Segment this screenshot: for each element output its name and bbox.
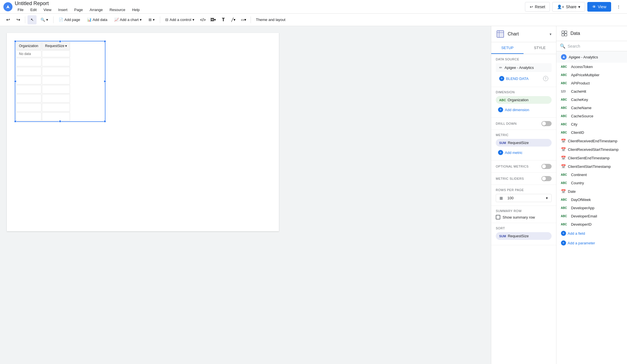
menu-arrange[interactable]: Arrange	[87, 7, 105, 13]
search-input[interactable]	[568, 44, 624, 48]
add-field-button[interactable]: + Add a field	[556, 228, 627, 238]
table-widget[interactable]: Organization RequestSize ▾ No data	[15, 41, 105, 122]
field-item-clientid[interactable]: ABC ClientID	[556, 128, 627, 137]
line-button[interactable]: ╱ ▾	[229, 15, 238, 24]
handle-bottom-right[interactable]	[104, 120, 106, 122]
metric-field-chip[interactable]: SUM RequestSize	[496, 139, 552, 147]
metric-label: Metric	[496, 133, 552, 137]
field-name: Date	[568, 189, 576, 194]
view-button[interactable]: 👁 View	[587, 2, 611, 12]
menu-view[interactable]: View	[41, 7, 54, 13]
shape-button[interactable]: ▭ ▾	[239, 15, 248, 24]
shape-chevron-icon: ▾	[244, 18, 246, 22]
field-item-developerapp[interactable]: ABC DeveloperApp	[556, 204, 627, 212]
redo-button[interactable]: ↪	[14, 15, 23, 24]
add-field-icon: +	[561, 231, 566, 236]
field-item-clientsentstarttimestamp[interactable]: 📅 ClientSentStartTimestamp	[556, 162, 627, 171]
table-col-organization: Organization	[16, 42, 41, 50]
text-badge: ABC	[561, 115, 569, 118]
image-button[interactable]: 🖼 ▾	[209, 15, 218, 24]
field-item-cachename[interactable]: ABC CacheName	[556, 104, 627, 112]
menu-insert[interactable]: Insert	[55, 7, 70, 13]
add-dimension-button[interactable]: + Add dimension	[496, 105, 552, 114]
show-summary-checkbox[interactable]	[496, 215, 500, 219]
datasource-item[interactable]: ✏ Apigee - Analytics	[496, 63, 552, 72]
menu-page[interactable]: Page	[71, 7, 86, 13]
undo-button[interactable]: ↩	[3, 15, 12, 24]
add-control-full-button[interactable]: ⊟ Add a control ▾	[162, 16, 197, 24]
menu-help[interactable]: Help	[129, 7, 143, 13]
optional-metrics-toggle-row: Optional metrics	[496, 164, 552, 169]
field-item-cachekey[interactable]: ABC CacheKey	[556, 96, 627, 104]
field-item-apiproduct[interactable]: ABC APIProduct	[556, 79, 627, 87]
calendar-icon: 📅	[561, 164, 566, 169]
field-item-cachesource[interactable]: ABC CacheSource	[556, 112, 627, 120]
field-item-clientreceivedstarttimestamp[interactable]: 📅 ClientReceivedStartTimestamp	[556, 145, 627, 154]
rows-per-page-select[interactable]: ▦ 100 ▾	[496, 194, 552, 202]
handle-top-left[interactable]	[14, 40, 16, 43]
add-parameter-icon: +	[561, 240, 566, 246]
menu-edit[interactable]: Edit	[27, 7, 39, 13]
blend-data-button[interactable]: + BLEND DATA ?	[496, 74, 552, 83]
table-content: Organization RequestSize ▾ No data	[15, 41, 71, 121]
blend-info-icon[interactable]: ?	[543, 76, 548, 81]
theme-layout-button[interactable]: Theme and layout	[253, 16, 288, 24]
sort-field-chip[interactable]: SUM RequestSize	[496, 232, 552, 240]
drill-down-label: Drill down	[496, 122, 517, 125]
tab-style[interactable]: STYLE	[524, 42, 556, 54]
handle-bottom-middle[interactable]	[59, 120, 61, 122]
metric-sliders-section: Metric sliders	[491, 173, 556, 185]
handle-top-middle[interactable]	[59, 40, 61, 43]
field-item-city[interactable]: ABC City	[556, 120, 627, 128]
field-item-date[interactable]: 📅 Date	[556, 187, 627, 196]
handle-bottom-left[interactable]	[14, 120, 16, 122]
collapse-icon[interactable]: ▾	[550, 32, 552, 36]
field-item-clientsentendtimestamp[interactable]: 📅 ClientSentEndTimestamp	[556, 154, 627, 162]
line-chevron-icon: ▾	[234, 18, 236, 22]
menu-resource[interactable]: Resource	[107, 7, 128, 13]
more-options-button[interactable]: ⋮	[613, 2, 624, 12]
toolbar-divider-3	[160, 16, 160, 23]
field-item-clientreceivedendtimestamp[interactable]: 📅 ClientReceivedEndTimestamp	[556, 137, 627, 145]
field-item-continent[interactable]: ABC Continent	[556, 171, 627, 179]
text-badge: ABC	[561, 106, 569, 109]
zoom-button[interactable]: 🔍 ▾	[38, 16, 51, 24]
add-metric-button[interactable]: + Add metric	[496, 148, 552, 157]
text-button[interactable]: T	[219, 15, 228, 24]
add-field-label: Add a field	[568, 231, 585, 236]
field-name: DeveloperApp	[571, 206, 594, 210]
data-source-header: Apigee - Analytics	[556, 51, 627, 63]
text-badge: ABC	[561, 131, 569, 134]
metric-sliders-toggle[interactable]	[541, 176, 552, 181]
field-item-country[interactable]: ABC Country	[556, 179, 627, 187]
field-item-cachehit[interactable]: 123 CacheHit	[556, 87, 627, 96]
field-item-accesstoken[interactable]: ABC AccessToken	[556, 63, 627, 71]
add-chart-button[interactable]: 📈 Add a chart ▾	[111, 16, 145, 24]
text-badge: ABC	[561, 206, 569, 209]
canvas-area[interactable]: Organization RequestSize ▾ No data	[0, 26, 491, 364]
share-button[interactable]: 👤+ Share ▾	[552, 2, 585, 12]
field-item-dayofweek[interactable]: ABC DayOfWeek	[556, 196, 627, 204]
code-button[interactable]: </>	[198, 15, 207, 24]
handle-top-right[interactable]	[104, 40, 106, 43]
table-empty-row-1	[16, 58, 70, 66]
field-item-developeremail[interactable]: ABC DeveloperEmail	[556, 212, 627, 220]
field-item-apipricemultiplier[interactable]: ABC ApiPriceMultiplier	[556, 71, 627, 79]
drill-down-toggle[interactable]	[541, 121, 552, 126]
field-item-developerid[interactable]: ABC DeveloperID	[556, 220, 627, 228]
dimension-field-chip[interactable]: ABC Organization	[496, 96, 552, 104]
handle-middle-right[interactable]	[104, 80, 106, 82]
select-tool-button[interactable]: ↖	[27, 15, 37, 24]
tab-setup[interactable]: SETUP	[491, 42, 524, 54]
menu-file[interactable]: File	[15, 7, 26, 13]
add-data-button[interactable]: 📊 Add data	[84, 16, 110, 24]
add-parameter-button[interactable]: + Add a parameter	[556, 238, 627, 248]
optional-metrics-toggle[interactable]	[541, 164, 552, 169]
field-name: ClientSentStartTimestamp	[568, 164, 611, 169]
reset-button[interactable]: ↩ Reset	[525, 2, 550, 12]
handle-middle-left[interactable]	[14, 80, 16, 82]
add-control-button[interactable]: ⊞ ▾	[146, 16, 158, 24]
add-page-button[interactable]: 📄 Add page	[56, 16, 83, 24]
report-title[interactable]: Untitled Report	[15, 1, 143, 7]
text-badge: ABC	[561, 215, 569, 218]
